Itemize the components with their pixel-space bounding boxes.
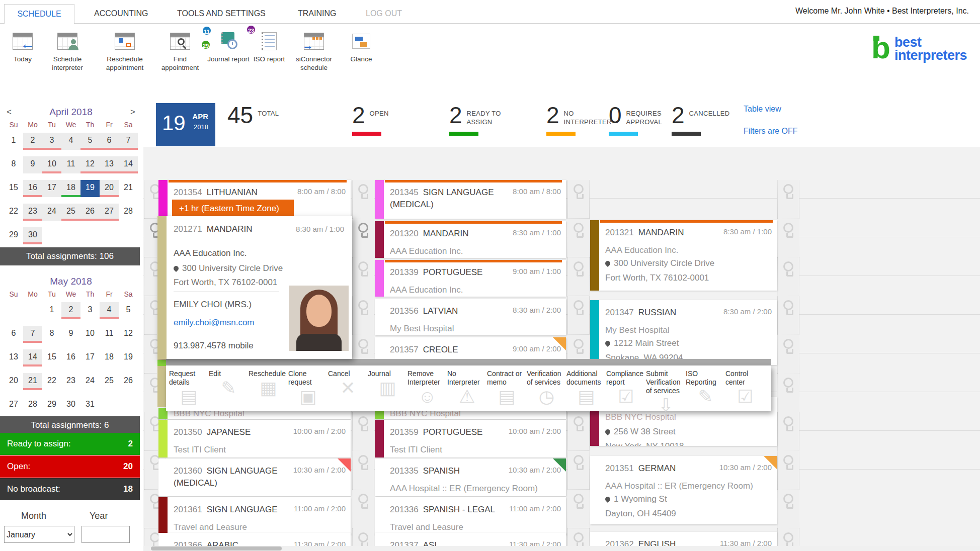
broadcast-bulb-icon[interactable]: [783, 184, 793, 194]
appointment-card[interactable]: 201320MANDARIN8:30 am / 1:00AAA Educatio…: [375, 221, 566, 258]
broadcast-bulb-icon[interactable]: [358, 223, 368, 233]
broadcast-bulb-icon[interactable]: [574, 416, 584, 426]
appointment-card[interactable]: 201350JAPANESE10:00 am / 2:00Test ITI Cl…: [158, 420, 351, 457]
calendar-day-25[interactable]: 25: [100, 373, 119, 390]
calendar-day-12[interactable]: 12: [80, 156, 100, 173]
broadcast-bulb-icon[interactable]: [358, 494, 368, 504]
calendar-day-4[interactable]: 4: [100, 302, 119, 319]
calendar-day-30[interactable]: 30: [61, 397, 80, 414]
calendar-day-26[interactable]: 26: [80, 204, 100, 221]
broadcast-bulb-icon[interactable]: [574, 339, 584, 349]
action-reschedule[interactable]: Reschedule▦: [249, 370, 288, 411]
calendar-day-20[interactable]: 20: [4, 373, 23, 390]
filters-link[interactable]: Filters are OFF: [744, 127, 798, 136]
appointment-card[interactable]: 201360SIGN LANGUAGE (MEDICAL)10:30 am / …: [158, 458, 351, 496]
appointment-card[interactable]: 201339PORTUGUESE9:00 am / 1:00AAA Educat…: [375, 260, 566, 297]
broadcast-bulb-icon[interactable]: [783, 300, 793, 310]
month-select[interactable]: January: [4, 526, 74, 543]
calendar-day-28[interactable]: 28: [23, 397, 42, 414]
calendar-day-16[interactable]: 16: [61, 349, 80, 366]
broadcast-bulb-icon[interactable]: [574, 261, 584, 271]
calendar-day-3[interactable]: 3: [42, 133, 61, 150]
broadcast-bulb-icon[interactable]: [358, 416, 368, 426]
calendar-day-14[interactable]: 14: [23, 349, 42, 366]
action-journal[interactable]: Journal▥: [368, 370, 407, 411]
appointment-card[interactable]: 201361SIGN LANGUAGE11:00 am / 2:00Travel…: [158, 497, 351, 535]
calendar-day-13[interactable]: 13: [4, 349, 23, 366]
ribbon-button-iso-report[interactable]: ISO report: [253, 29, 285, 63]
calendar-day-24[interactable]: 24: [80, 373, 100, 390]
broadcast-bulb-icon[interactable]: [783, 339, 793, 349]
action-contract-or-memo[interactable]: Contract or memo▤: [487, 370, 527, 411]
action-remove-interpreter[interactable]: Remove Interpreter☺: [407, 370, 447, 411]
calendar-day-5[interactable]: 5: [80, 133, 100, 150]
tab-schedule[interactable]: SCHEDULE: [4, 4, 74, 24]
broadcast-bulb-icon[interactable]: [783, 455, 793, 465]
ribbon-button-today[interactable]: ←Today: [7, 29, 39, 63]
calendar-day-15[interactable]: 15: [4, 180, 23, 197]
appointment-card[interactable]: 201356LATVIAN8:30 am / 2:00My Best Hospi…: [375, 299, 566, 335]
broadcast-bulb-icon[interactable]: [574, 223, 584, 233]
calendar-day-8[interactable]: 8: [42, 326, 61, 343]
calendar-day-22[interactable]: 22: [42, 373, 61, 390]
table-view-link[interactable]: Table view: [744, 105, 781, 114]
calendar-day-18[interactable]: 18: [61, 180, 80, 197]
broadcast-bulb-icon[interactable]: [783, 223, 793, 233]
broadcast-bulb-icon[interactable]: [358, 455, 368, 465]
calendar-day-30[interactable]: 30: [23, 227, 42, 244]
action-cancel[interactable]: Cancel✕: [328, 370, 368, 411]
ribbon-button-journal-report[interactable]: 112329Journal report: [207, 29, 250, 63]
calendar-day-29[interactable]: 29: [4, 227, 23, 244]
calendar-day-11[interactable]: 11: [100, 326, 119, 343]
tab-tools-and-settings[interactable]: TOOLS AND SETTINGS: [171, 4, 272, 23]
calendar-day-2[interactable]: 2: [61, 302, 80, 319]
appointment-card[interactable]: 201321MANDARIN8:30 am / 1:00AAA Educatio…: [590, 220, 777, 291]
calendar-day-12[interactable]: 12: [119, 326, 138, 343]
calendar-day-27[interactable]: 27: [4, 397, 23, 414]
calendar-day-19[interactable]: 19: [80, 180, 100, 197]
calendar-day-14[interactable]: 14: [119, 156, 138, 173]
tab-accounting[interactable]: ACCOUNTING: [88, 4, 154, 23]
appointment-card[interactable]: 201336SPANISH - LEGAL11:00 am / 2:00Trav…: [375, 497, 566, 535]
calendar-day-21[interactable]: 21: [23, 373, 42, 390]
broadcast-bulb-icon[interactable]: [358, 184, 368, 194]
broadcast-bulb-icon[interactable]: [574, 532, 584, 542]
calendar-day-20[interactable]: 20: [100, 180, 119, 197]
calendar-day-22[interactable]: 22: [4, 204, 23, 221]
calendar-day-25[interactable]: 25: [61, 204, 80, 221]
broadcast-bulb-icon[interactable]: [574, 184, 584, 194]
calendar-day-6[interactable]: 6: [100, 133, 119, 150]
calendar-day-9[interactable]: 9: [61, 326, 80, 343]
ribbon-button-siconnector-schedule[interactable]: →siConnector schedule: [288, 29, 340, 72]
calendar-day-31[interactable]: 31: [80, 397, 100, 414]
calendar-day-11[interactable]: 11: [61, 156, 80, 173]
year-input[interactable]: [81, 526, 130, 543]
calendar-day-1[interactable]: 1: [42, 302, 61, 319]
action-no-interpreter[interactable]: No Interpreter⚠: [447, 370, 487, 411]
calendar-day-4[interactable]: 4: [61, 133, 80, 150]
calendar-day-1[interactable]: 1: [4, 133, 23, 150]
action-verification-of-services[interactable]: Verification of services◷: [527, 370, 566, 411]
calendar-day-24[interactable]: 24: [42, 204, 61, 221]
calendar-day-7[interactable]: 7: [119, 133, 138, 150]
broadcast-bulb-icon[interactable]: [358, 300, 368, 310]
calendar-day-29[interactable]: 29: [42, 397, 61, 414]
popup-email-link[interactable]: emily.choi@msn.com: [174, 318, 255, 328]
broadcast-bulb-icon[interactable]: [574, 300, 584, 310]
broadcast-bulb-icon[interactable]: [574, 494, 584, 504]
appointment-card[interactable]: 201335SPANISH10:30 am / 2:00AAA Hospital…: [375, 458, 566, 496]
broadcast-bulb-icon[interactable]: [358, 532, 368, 542]
calendar-day-19[interactable]: 19: [119, 349, 138, 366]
appointment-card[interactable]: 201351GERMAN10:30 am / 2:00AAA Hospital …: [590, 456, 777, 524]
action-compliance-report[interactable]: Compliance report☑: [606, 370, 646, 411]
broadcast-bulb-icon[interactable]: [358, 339, 368, 349]
calendar-day-5[interactable]: 5: [119, 302, 138, 319]
tab-training[interactable]: TRAINING: [292, 4, 342, 23]
calendar-day-17[interactable]: 17: [42, 180, 61, 197]
calendar-day-7[interactable]: 7: [23, 326, 42, 343]
calendar-day-10[interactable]: 10: [42, 156, 61, 173]
ribbon-button-find-appointment[interactable]: Find appointment: [156, 29, 204, 72]
tab-log-out[interactable]: LOG OUT: [360, 4, 408, 23]
calendar-day-28[interactable]: 28: [119, 204, 138, 221]
action-additional-documents[interactable]: Additional documents▤: [566, 370, 606, 411]
